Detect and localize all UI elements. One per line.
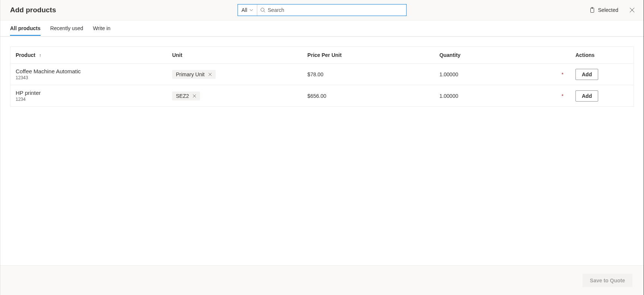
dialog-header: Add products All Selected — [0, 0, 644, 20]
product-name: Coffee Machine Automatic — [16, 68, 162, 74]
unit-cell[interactable]: Primary Unit — [167, 64, 302, 85]
price-cell[interactable]: $656.00 — [302, 85, 434, 107]
column-header-quantity[interactable]: Quantity — [434, 47, 570, 64]
actions-cell: Add — [570, 85, 634, 107]
svg-rect-2 — [590, 8, 594, 13]
dialog-footer: Save to Quote — [0, 265, 644, 295]
column-header-actions: Actions — [570, 47, 634, 64]
content-area: Product ↑ Unit Price Per Unit Quantity A… — [0, 37, 644, 265]
add-button[interactable]: Add — [575, 69, 598, 80]
tab-bar: All products Recently used Write in — [0, 20, 644, 37]
products-table: Product ↑ Unit Price Per Unit Quantity A… — [10, 47, 634, 107]
search-icon — [260, 7, 266, 13]
table-row: HP printer 1234 SEZ2 $656.00 1.00000 — [10, 85, 634, 107]
add-button[interactable]: Add — [575, 90, 598, 102]
quantity-value: 1.00000 — [440, 71, 459, 77]
column-header-price[interactable]: Price Per Unit — [302, 47, 434, 64]
tab-write-in[interactable]: Write in — [93, 22, 110, 35]
table-row: Coffee Machine Automatic 12343 Primary U… — [10, 64, 634, 85]
product-cell[interactable]: Coffee Machine Automatic 12343 — [10, 64, 167, 85]
unit-chip-label: SEZ2 — [176, 93, 189, 99]
svg-line-1 — [264, 11, 265, 13]
column-header-product-label: Product — [16, 52, 35, 58]
search-filter-dropdown[interactable]: All — [238, 4, 257, 16]
search-input[interactable] — [268, 7, 403, 13]
close-icon — [193, 94, 196, 98]
column-header-unit[interactable]: Unit — [167, 47, 302, 64]
clipboard-icon — [589, 7, 595, 13]
price-cell[interactable]: $78.00 — [302, 64, 434, 85]
tab-recently-used[interactable]: Recently used — [50, 22, 83, 35]
table-header-row: Product ↑ Unit Price Per Unit Quantity A… — [10, 47, 634, 64]
selected-button[interactable]: Selected — [589, 7, 618, 13]
product-name: HP printer — [16, 90, 162, 96]
product-cell[interactable]: HP printer 1234 — [10, 85, 167, 107]
remove-unit-button[interactable] — [208, 73, 212, 76]
header-actions: Selected — [589, 7, 635, 13]
search-box — [257, 4, 406, 16]
actions-cell: Add — [570, 64, 634, 85]
selected-label: Selected — [598, 7, 618, 13]
search-group: All — [237, 4, 407, 16]
close-button[interactable] — [629, 7, 635, 13]
remove-unit-button[interactable] — [193, 94, 196, 98]
unit-chip: SEZ2 — [172, 92, 200, 100]
search-filter-label: All — [241, 7, 247, 13]
dialog-title: Add products — [10, 6, 56, 14]
unit-chip-label: Primary Unit — [176, 71, 204, 77]
required-indicator: * — [559, 93, 564, 99]
chevron-down-icon — [250, 9, 253, 11]
required-indicator: * — [559, 71, 564, 77]
unit-chip: Primary Unit — [172, 70, 216, 79]
quantity-cell[interactable]: 1.00000 * — [434, 64, 570, 85]
product-code: 12343 — [16, 75, 162, 80]
sort-ascending-icon: ↑ — [39, 53, 41, 58]
tab-all-products[interactable]: All products — [10, 22, 41, 35]
quantity-cell[interactable]: 1.00000 * — [434, 85, 570, 107]
unit-cell[interactable]: SEZ2 — [167, 85, 302, 107]
close-icon — [208, 73, 212, 76]
save-to-quote-button[interactable]: Save to Quote — [583, 274, 632, 287]
svg-point-0 — [261, 8, 264, 12]
quantity-value: 1.00000 — [440, 93, 459, 99]
close-icon — [629, 7, 635, 13]
product-code: 1234 — [16, 97, 162, 102]
column-header-product[interactable]: Product ↑ — [10, 47, 167, 64]
